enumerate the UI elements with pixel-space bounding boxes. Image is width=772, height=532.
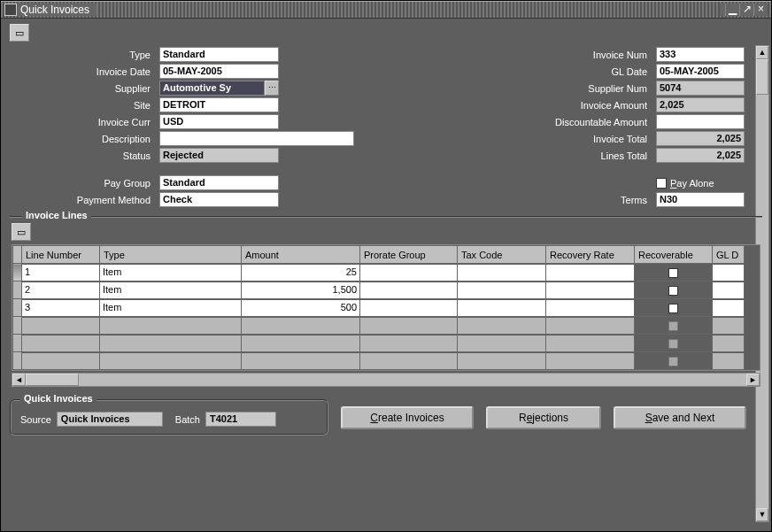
save-and-next-button[interactable]: Save and Next <box>614 406 746 429</box>
supplier-lov-button[interactable]: ⋯ <box>265 81 279 96</box>
cell-recoverable-checkbox <box>668 321 678 331</box>
quick-invoices-footer-group: Quick Invoices Source Quick Invoices Bat… <box>10 399 328 436</box>
col-tax-code[interactable]: Tax Code <box>458 246 546 264</box>
cell-prorate-group[interactable] <box>360 265 457 281</box>
invoice-lines-group: Invoice Lines ▭ <box>10 216 762 392</box>
cell-amount[interactable]: 25 <box>242 265 359 281</box>
cell-tax-code[interactable] <box>458 300 545 316</box>
invoice-date-field[interactable]: 05-MAY-2005 <box>159 64 279 79</box>
site-field[interactable]: DETROIT <box>159 97 279 112</box>
cell-type[interactable]: Item <box>100 300 241 316</box>
cell-recoverable-checkbox[interactable] <box>668 304 678 313</box>
cell-line-number[interactable]: 3 <box>22 300 99 316</box>
folder-icon: ▭ <box>17 227 26 238</box>
window-menu-icon[interactable] <box>4 4 17 16</box>
lines-total-label: Lines Total <box>493 150 652 161</box>
invoice-amount-label: Invoice Amount <box>493 100 652 111</box>
site-label: Site <box>10 100 156 111</box>
payment-method-field[interactable]: Check <box>159 192 279 207</box>
supplier-label: Supplier <box>10 83 156 94</box>
cell-type[interactable]: Item <box>100 282 241 298</box>
status-label: Status <box>10 150 156 161</box>
pay-group-field[interactable]: Standard <box>159 175 279 190</box>
invoice-lines-grid: Line Number Type Amount Prorate Group Ta… <box>12 244 760 371</box>
create-invoices-button[interactable]: Create Invoices <box>341 406 474 429</box>
horizontal-scrollbar[interactable]: ◄ ► <box>12 373 760 387</box>
cell-prorate-group[interactable] <box>360 300 457 316</box>
scroll-right-icon[interactable]: ► <box>746 374 760 386</box>
invoice-amount-field[interactable]: 2,025 <box>656 97 745 112</box>
col-line-number[interactable]: Line Number <box>22 246 100 264</box>
cell-recoverable-checkbox <box>668 339 678 349</box>
table-row-empty[interactable] <box>13 335 745 352</box>
rejections-button[interactable]: Rejections <box>486 406 601 429</box>
cell-gl-date[interactable] <box>713 282 744 298</box>
payment-method-label: Payment Method <box>10 195 156 205</box>
cell-amount[interactable]: 1,500 <box>242 282 359 298</box>
lines-total-field: 2,025 <box>656 148 745 163</box>
cell-recovery-rate[interactable] <box>546 265 634 281</box>
col-recoverable[interactable]: Recoverable <box>635 246 713 264</box>
table-row[interactable]: 3 Item 500 <box>13 299 745 317</box>
window-title: Quick Invoices <box>20 4 89 16</box>
source-field: Quick Invoices <box>57 412 163 427</box>
type-field[interactable]: Standard <box>159 47 279 62</box>
supplier-field[interactable]: Automotive Sy <box>159 81 265 96</box>
supplier-num-field: 5074 <box>656 81 745 96</box>
cell-line-number[interactable]: 2 <box>22 282 99 298</box>
minimize-button[interactable]: ▁ <box>725 4 739 16</box>
batch-field: T4021 <box>205 412 276 427</box>
gl-date-field[interactable]: 05-MAY-2005 <box>656 64 745 79</box>
col-amount[interactable]: Amount <box>242 246 360 264</box>
discountable-amount-field[interactable] <box>656 114 745 129</box>
cell-recovery-rate[interactable] <box>546 282 634 298</box>
scroll-up-icon[interactable]: ▲ <box>756 46 768 59</box>
cell-recoverable-checkbox <box>668 357 678 366</box>
cell-gl-date[interactable] <box>713 265 744 281</box>
scroll-left-icon[interactable]: ◄ <box>12 374 26 386</box>
table-row-empty[interactable] <box>13 317 745 335</box>
supplier-num-label: Supplier Num <box>493 83 652 94</box>
cell-prorate-group[interactable] <box>360 282 457 298</box>
discountable-amount-label: Discountable Amount <box>493 117 652 127</box>
col-type[interactable]: Type <box>100 246 242 264</box>
invoice-curr-field[interactable]: USD <box>159 114 279 129</box>
terms-label: Terms <box>493 195 652 205</box>
titlebar: Quick Invoices ▁ ↗ × <box>1 1 771 19</box>
cell-amount[interactable]: 500 <box>242 300 359 316</box>
lines-folder-button[interactable]: ▭ <box>12 223 31 241</box>
cell-line-number[interactable]: 1 <box>22 265 99 281</box>
invoice-num-field[interactable]: 333 <box>656 47 745 62</box>
col-prorate-group[interactable]: Prorate Group <box>360 246 458 264</box>
quick-invoices-footer-label: Quick Invoices <box>20 393 96 404</box>
invoice-date-label: Invoice Date <box>10 66 156 77</box>
invoice-lines-label: Invoice Lines <box>22 210 91 220</box>
table-row[interactable]: 2 Item 1,500 <box>13 281 745 299</box>
cell-gl-date[interactable] <box>713 300 744 316</box>
table-row-empty[interactable] <box>13 352 745 370</box>
quick-invoices-window: Quick Invoices ▁ ↗ × ▲ ▼ ▭ Type Standard <box>0 0 772 532</box>
scroll-down-icon[interactable]: ▼ <box>756 508 768 521</box>
gl-date-label: GL Date <box>493 66 652 77</box>
cell-tax-code[interactable] <box>458 265 545 281</box>
pay-alone-label: Pay Alone <box>670 178 714 189</box>
col-recovery-rate[interactable]: Recovery Rate <box>546 246 635 264</box>
col-gl-date[interactable]: GL D <box>713 246 745 264</box>
cell-recoverable-checkbox[interactable] <box>668 286 678 296</box>
description-field[interactable] <box>159 131 354 146</box>
restore-button[interactable]: ↗ <box>739 4 753 16</box>
close-button[interactable]: × <box>753 4 768 16</box>
terms-field[interactable]: N30 <box>656 192 745 207</box>
cell-recovery-rate[interactable] <box>546 300 634 316</box>
cell-recoverable-checkbox[interactable] <box>668 268 678 278</box>
cell-tax-code[interactable] <box>458 282 545 298</box>
invoice-total-field: 2,025 <box>656 131 745 146</box>
table-row[interactable]: 1 Item 25 <box>13 264 745 281</box>
invoice-curr-label: Invoice Curr <box>10 117 156 127</box>
description-label: Description <box>10 134 156 144</box>
pay-group-label: Pay Group <box>10 178 156 189</box>
pay-alone-checkbox[interactable] <box>656 178 667 189</box>
folder-toolbar-button[interactable]: ▭ <box>10 24 29 42</box>
cell-type[interactable]: Item <box>100 265 241 281</box>
grid-header-row: Line Number Type Amount Prorate Group Ta… <box>13 246 745 264</box>
